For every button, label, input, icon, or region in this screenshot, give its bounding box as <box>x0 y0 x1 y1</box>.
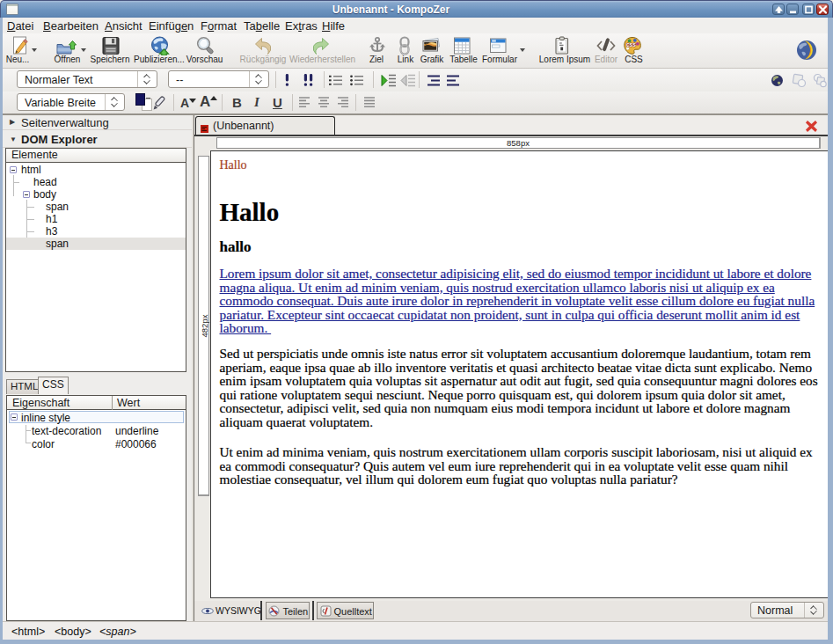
svg-text:css: css <box>626 41 636 48</box>
